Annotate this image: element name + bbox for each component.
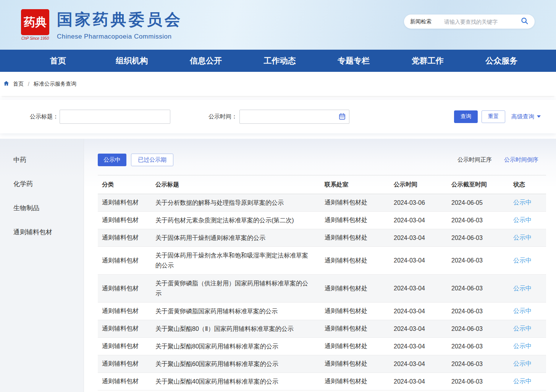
site-title: 国家药典委员会 (57, 9, 183, 30)
status-link[interactable]: 公示中 (504, 325, 546, 333)
sidebar-item-2[interactable]: 化学药 (0, 172, 84, 196)
cell-department: 通则辅料包材处 (321, 307, 380, 315)
table-body: 通则辅料包材关于分析数据的解释与处理指导原则草案的公示通则辅料包材处2024-0… (98, 194, 546, 390)
filter-title-label: 公示标题： (30, 113, 58, 120)
nav-item-7[interactable]: 公众服务 (464, 55, 538, 66)
site-logo[interactable]: 药典 ChP Since 1950 (21, 9, 49, 40)
table-row: 通则辅料包材关于蛋黄卵磷脂国家药用辅料标准草案的公示通则辅料包材处2024-03… (98, 303, 546, 320)
column-header-category: 分类 (98, 181, 149, 189)
breadcrumb-home-label[interactable]: 首页 (13, 81, 24, 87)
sidebar-item-3[interactable]: 生物制品 (0, 196, 84, 220)
status-link[interactable]: 公示中 (504, 199, 546, 207)
breadcrumb-home-link[interactable] (3, 80, 10, 87)
announcement-title-link[interactable]: 关于药包材元素杂质测定法标准草案的公示(第二次) (149, 212, 321, 228)
advanced-search-label: 高级查询 (511, 113, 534, 120)
site-header: 药典 ChP Since 1950 国家药典委员会 Chinese Pharma… (0, 0, 556, 50)
cell-category: 通则辅料包材 (98, 360, 149, 368)
search-button[interactable] (520, 17, 530, 27)
sidebar-item-4[interactable]: 通则辅料包材 (0, 220, 84, 244)
announcement-title-link[interactable]: 关于聚山梨酯80（Ⅱ）国家药用辅料标准草案的公示 (149, 321, 321, 337)
breadcrumb-current: 标准公示服务查询 (34, 81, 76, 87)
main-panel: 公示中 已过公示期 公示时间正序 公示时间倒序 分类 公示标题 联系处室 公示时… (84, 139, 556, 392)
cell-department: 通则辅料包材处 (321, 285, 380, 293)
cell-department: 通则辅料包材处 (321, 325, 380, 333)
sort-descending-link[interactable]: 公示时间倒序 (504, 156, 538, 164)
announcement-title-link[interactable]: 关于蛋黄卵磷脂国家药用辅料标准草案的公示 (149, 303, 321, 319)
column-header-status: 状态 (504, 181, 546, 189)
status-link[interactable]: 公示中 (504, 234, 546, 242)
filter-time-wrap (238, 110, 349, 124)
cell-department: 通则辅料包材处 (321, 360, 380, 368)
cell-category: 通则辅料包材 (98, 257, 149, 265)
cell-publish-date: 2024-03-04 (380, 235, 437, 241)
breadcrumb-separator: / (28, 81, 29, 87)
cell-publish-date: 2024-03-04 (380, 343, 437, 350)
seal-text: 药典 (24, 16, 47, 28)
search-category-select[interactable]: 新闻检索 (410, 18, 432, 25)
table-row: 通则辅料包材关于分析数据的解释与处理指导原则草案的公示通则辅料包材处2024-0… (98, 194, 546, 212)
cell-publish-date: 2024-03-06 (380, 199, 437, 206)
nav-item-6[interactable]: 党群工作 (391, 55, 465, 66)
cell-category: 通则辅料包材 (98, 307, 149, 315)
cell-department: 通则辅料包材处 (321, 342, 380, 350)
nav-item-1[interactable]: 首页 (21, 55, 95, 66)
table-row: 通则辅料包材关于蛋黄卵磷脂（供注射用）国家药用辅料标准草案的公示通则辅料包材处2… (98, 275, 546, 303)
table-row: 通则辅料包材关于聚山梨酯80国家药用辅料标准草案的公示通则辅料包材处2024-0… (98, 338, 546, 355)
announcement-table: 分类 公示标题 联系处室 公示时间 公示截至时间 状态 通则辅料包材关于分析数据… (98, 175, 546, 390)
calendar-icon[interactable] (338, 113, 346, 122)
cell-department: 通则辅料包材处 (321, 257, 380, 265)
sidebar-item-1[interactable]: 中药 (0, 148, 84, 172)
filter-time-label: 公示时间： (208, 113, 237, 120)
tab-expired-publicity[interactable]: 已过公示期 (131, 154, 173, 166)
nav-item-2[interactable]: 组织机构 (95, 55, 169, 66)
announcement-title-link[interactable]: 关于聚山梨酯80国家药用辅料标准草案的公示 (149, 339, 321, 355)
category-sidebar: 中药化学药生物制品通则辅料包材 (0, 139, 84, 392)
advanced-search-link[interactable]: 高级查询 (511, 113, 541, 120)
status-link[interactable]: 公示中 (504, 342, 546, 350)
search-icon (520, 17, 529, 26)
filter-time-input[interactable] (239, 110, 349, 124)
column-header-publish-date: 公示时间 (380, 181, 437, 189)
table-row: 通则辅料包材关于固体药用干燥剂含水率和饱和吸湿率测定法标准草案的公示通则辅料包材… (98, 247, 546, 275)
cell-publish-date: 2024-03-04 (380, 285, 437, 292)
query-button[interactable]: 查询 (454, 110, 478, 123)
cell-department: 通则辅料包材处 (321, 234, 380, 242)
table-row: 通则辅料包材关于聚山梨酯60国家药用辅料标准草案的公示通则辅料包材处2024-0… (98, 355, 546, 373)
nav-item-4[interactable]: 工作动态 (243, 55, 317, 66)
home-icon (3, 80, 10, 87)
status-link[interactable]: 公示中 (504, 360, 546, 368)
tab-in-publicity[interactable]: 公示中 (98, 154, 126, 166)
cell-deadline-date: 2024-06-03 (437, 361, 504, 368)
announcement-title-link[interactable]: 关于固体药用干燥剂通则标准草案的公示 (149, 230, 321, 246)
filter-panel: 公示标题： 公示时间： 查询 重置 高级查询 (0, 100, 556, 133)
sort-ascending-link[interactable]: 公示时间正序 (457, 156, 492, 164)
status-link[interactable]: 公示中 (504, 285, 546, 293)
cell-category: 通则辅料包材 (98, 342, 149, 350)
announcement-title-link[interactable]: 关于固体药用干燥剂含水率和饱和吸湿率测定法标准草案的公示 (149, 248, 321, 274)
cell-deadline-date: 2024-06-03 (437, 326, 504, 332)
status-link[interactable]: 公示中 (504, 377, 546, 386)
announcement-title-link[interactable]: 关于蛋黄卵磷脂（供注射用）国家药用辅料标准草案的公示 (149, 275, 321, 301)
reset-button[interactable]: 重置 (482, 110, 505, 123)
cell-department: 通则辅料包材处 (321, 199, 380, 207)
cell-category: 通则辅料包材 (98, 325, 149, 333)
search-input[interactable] (444, 19, 520, 25)
status-link[interactable]: 公示中 (504, 307, 546, 315)
announcement-title-link[interactable]: 关于聚山梨酯60国家药用辅料标准草案的公示 (149, 356, 321, 372)
filter-title-input[interactable] (60, 110, 170, 124)
nav-item-5[interactable]: 专题专栏 (317, 55, 391, 66)
cell-category: 通则辅料包材 (98, 377, 149, 386)
cell-publish-date: 2024-03-04 (380, 361, 437, 368)
site-search: 新闻检索 (404, 15, 535, 29)
status-link[interactable]: 公示中 (504, 257, 546, 265)
cell-deadline-date: 2024-06-03 (437, 257, 504, 264)
cell-deadline-date: 2024-06-03 (437, 235, 504, 241)
table-row: 通则辅料包材关于聚山梨酯80（Ⅱ）国家药用辅料标准草案的公示通则辅料包材处202… (98, 320, 546, 338)
announcement-title-link[interactable]: 关于聚山梨酯40国家药用辅料标准草案的公示 (149, 374, 321, 390)
cell-publish-date: 2024-03-04 (380, 308, 437, 315)
nav-item-3[interactable]: 信息公开 (169, 55, 243, 66)
list-toolbar: 公示中 已过公示期 公示时间正序 公示时间倒序 (98, 139, 546, 166)
announcement-title-link[interactable]: 关于分析数据的解释与处理指导原则草案的公示 (149, 195, 321, 211)
sort-group: 公示时间正序 公示时间倒序 (457, 156, 538, 164)
status-link[interactable]: 公示中 (504, 216, 546, 224)
